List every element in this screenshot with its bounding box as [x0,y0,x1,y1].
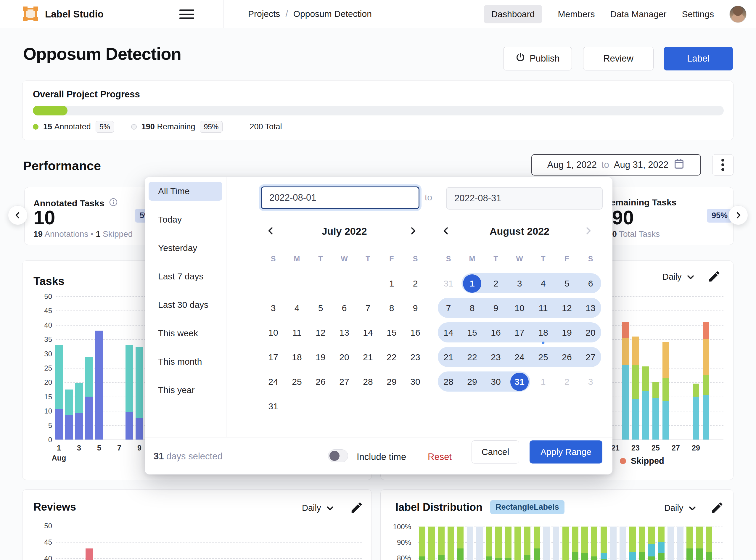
calendar-day-29[interactable]: 29 [380,369,403,394]
calendar-day-31[interactable]: 31 [437,271,460,296]
calendar-day-6[interactable]: 6 [333,296,356,320]
calendar-day-30[interactable]: 30 [484,369,508,394]
calendar-day-4[interactable]: 4 [531,271,555,296]
calendar-day-5[interactable]: 5 [309,296,333,320]
tab-dashboard[interactable]: Dashboard [484,5,542,23]
calendar-day-19[interactable]: 19 [309,345,333,369]
preset-last-7-days[interactable]: Last 7 days [148,267,222,286]
calendar-day-24[interactable]: 24 [508,345,531,369]
calendar-day-24[interactable]: 24 [261,369,285,394]
calendar-day-6[interactable]: 6 [579,271,602,296]
info-icon[interactable] [108,197,118,209]
calendar-day-13[interactable]: 13 [579,296,602,320]
apply-range-button[interactable]: Apply Range [530,440,602,463]
calendar-day-10[interactable]: 10 [261,320,285,345]
hamburger-menu-icon[interactable] [179,8,195,21]
calendar-day-3[interactable]: 3 [261,296,285,320]
august-prev-month-button[interactable] [440,224,453,237]
calendar-day-12[interactable]: 12 [309,320,333,345]
calendar-day-11[interactable]: 11 [285,320,309,345]
review-button[interactable]: Review [583,47,654,71]
calendar-day-28[interactable]: 28 [437,369,460,394]
date-range-button[interactable]: Aug 1, 2022 to Aug 31, 2022 [531,154,701,176]
calendar-day-19[interactable]: 19 [555,320,579,345]
calendar-day-21[interactable]: 21 [437,345,460,369]
tab-settings[interactable]: Settings [682,9,714,19]
calendar-day-23[interactable]: 23 [484,345,508,369]
calendar-day-30[interactable]: 30 [403,369,427,394]
calendar-day-11[interactable]: 11 [531,296,555,320]
performance-kebab-button[interactable] [712,154,734,176]
calendar-day-9[interactable]: 9 [484,296,508,320]
calendar-day-27[interactable]: 27 [333,369,356,394]
calendar-day-15[interactable]: 15 [460,320,484,345]
calendar-day-28[interactable]: 28 [356,369,380,394]
tab-members[interactable]: Members [558,9,595,19]
preset-this-year[interactable]: This year [148,381,222,400]
calendar-day-2[interactable]: 2 [484,271,508,296]
calendar-day-13[interactable]: 13 [333,320,356,345]
publish-button[interactable]: Publish [503,47,572,71]
calendar-day-8[interactable]: 8 [380,296,403,320]
label-button[interactable]: Label [664,47,733,71]
breadcrumb-projects[interactable]: Projects [248,9,280,19]
calendar-day-22[interactable]: 22 [380,345,403,369]
calendar-day-12[interactable]: 12 [555,296,579,320]
calendar-day-2[interactable]: 2 [403,271,427,296]
calendar-day-20[interactable]: 20 [579,320,602,345]
cancel-button[interactable]: Cancel [472,440,519,463]
start-date-input[interactable]: 2022-08-01 [261,186,419,209]
calendar-day-18[interactable]: 18 [531,320,555,345]
calendar-day-7[interactable]: 7 [437,296,460,320]
preset-yesterday[interactable]: Yesterday [148,239,222,258]
calendar-day-14[interactable]: 14 [356,320,380,345]
preset-last-30-days[interactable]: Last 30 days [148,295,222,314]
calendar-day-3[interactable]: 3 [579,369,602,394]
calendar-day-21[interactable]: 21 [356,345,380,369]
calendar-day-1[interactable]: 1 [460,271,484,296]
calendar-day-22[interactable]: 22 [460,345,484,369]
calendar-day-23[interactable]: 23 [403,345,427,369]
preset-this-month[interactable]: This month [148,352,222,371]
calendar-day-26[interactable]: 26 [309,369,333,394]
end-date-input[interactable]: 2022-08-31 [446,187,603,209]
calendar-day-17[interactable]: 17 [508,320,531,345]
july-next-month-button[interactable] [406,224,419,237]
stats-prev-button[interactable] [8,205,27,225]
calendar-day-3[interactable]: 3 [508,271,531,296]
calendar-day-25[interactable]: 25 [531,345,555,369]
calendar-day-26[interactable]: 26 [555,345,579,369]
calendar-day-29[interactable]: 29 [460,369,484,394]
calendar-day-16[interactable]: 16 [403,320,427,345]
calendar-day-1[interactable]: 1 [531,369,555,394]
calendar-day-10[interactable]: 10 [508,296,531,320]
stats-next-button[interactable] [729,205,748,225]
calendar-day-14[interactable]: 14 [437,320,460,345]
calendar-day-18[interactable]: 18 [285,345,309,369]
calendar-day-2[interactable]: 2 [555,369,579,394]
preset-this-week[interactable]: This week [148,324,222,343]
include-time-toggle[interactable] [328,449,348,462]
calendar-day-7[interactable]: 7 [356,296,380,320]
calendar-day-17[interactable]: 17 [261,345,285,369]
calendar-day-20[interactable]: 20 [333,345,356,369]
preset-today[interactable]: Today [148,210,222,229]
calendar-day-5[interactable]: 5 [555,271,579,296]
calendar-day-9[interactable]: 9 [403,296,427,320]
calendar-day-15[interactable]: 15 [380,320,403,345]
tab-data-manager[interactable]: Data Manager [610,9,666,19]
calendar-day-27[interactable]: 27 [579,345,602,369]
calendar-day-31[interactable]: 31 [261,394,285,419]
july-prev-month-button[interactable] [264,224,277,237]
calendar-day-31[interactable]: 31 [508,369,531,394]
label-studio-logo-icon[interactable] [21,5,40,24]
reset-button[interactable]: Reset [428,452,452,462]
avatar[interactable] [729,6,747,23]
calendar-day-8[interactable]: 8 [460,296,484,320]
calendar-day-16[interactable]: 16 [484,320,508,345]
august-next-month-button[interactable] [582,224,595,237]
preset-all-time[interactable]: All Time [148,182,222,201]
calendar-day-4[interactable]: 4 [285,296,309,320]
calendar-day-25[interactable]: 25 [285,369,309,394]
calendar-day-1[interactable]: 1 [380,271,403,296]
